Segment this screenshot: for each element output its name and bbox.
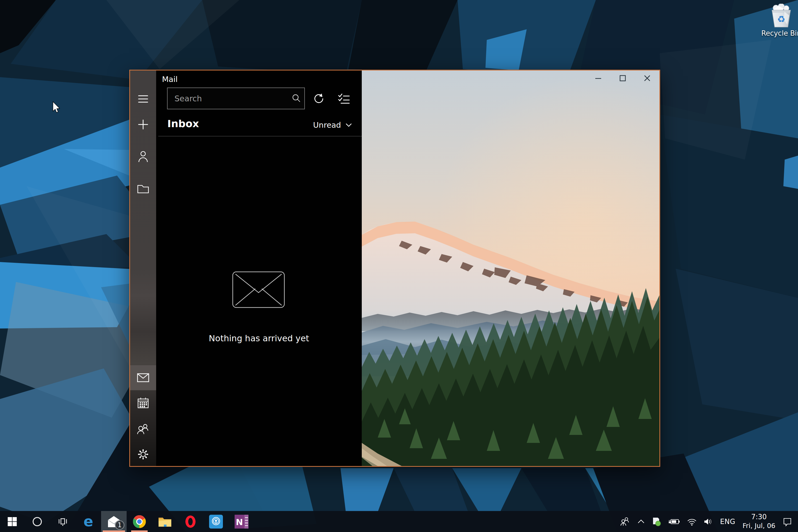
folder-icon (137, 184, 149, 194)
people-icon (137, 423, 150, 434)
recycle-bin-label: Recycle Bin (759, 29, 798, 37)
language-indicator[interactable]: ENG (717, 511, 739, 532)
recycle-bin-shortcut[interactable]: ♻ Recycle Bin (759, 4, 798, 37)
svg-text:e: e (83, 514, 93, 529)
action-center-icon (783, 517, 792, 527)
checklist-icon (338, 93, 350, 104)
maximize-icon (619, 74, 627, 82)
plus-icon (138, 119, 148, 130)
chevron-up-icon (637, 519, 645, 525)
sidebar-people-button[interactable] (130, 416, 156, 441)
password-app-button[interactable] (203, 511, 229, 532)
filter-label: Unread (313, 120, 341, 130)
recycle-bin-icon: ♻ (768, 4, 794, 28)
mouse-cursor (52, 101, 61, 114)
mail-active-indicator (103, 530, 125, 532)
file-explorer-button[interactable] (152, 511, 178, 532)
hamburger-icon (138, 94, 148, 103)
calendar-icon (137, 397, 149, 408)
close-button[interactable] (635, 71, 660, 86)
gear-icon (137, 448, 149, 460)
taskbar-mail-button[interactable]: 1 (101, 511, 127, 532)
wifi-tray-button[interactable] (684, 511, 700, 532)
empty-state-message: Nothing has arrived yet (156, 333, 362, 343)
speaker-icon (704, 518, 713, 526)
language-label: ENG (720, 518, 736, 526)
system-tray: ENG 7:30 Fri, Jul, 06 (616, 511, 798, 532)
tray-overflow-button[interactable] (633, 511, 648, 532)
folder-title: Inbox (167, 118, 199, 130)
selection-mode-button[interactable] (336, 90, 353, 107)
list-divider (158, 136, 362, 136)
edge-button[interactable]: e (76, 511, 101, 532)
mail-icon (137, 373, 149, 382)
edge-icon: e (81, 514, 96, 529)
svg-text:N: N (236, 517, 243, 527)
person-icon (138, 150, 148, 163)
tray-date: Fri, Jul, 06 (742, 521, 775, 530)
chevron-down-icon (345, 122, 352, 128)
landscape-photo (362, 71, 660, 466)
chrome-icon (132, 515, 146, 529)
people-tray-button[interactable] (616, 511, 633, 532)
crumpled-paper (773, 4, 789, 11)
close-icon (643, 74, 651, 82)
onenote-button[interactable]: N (229, 511, 254, 532)
sync-button[interactable] (310, 90, 327, 107)
search-icon[interactable] (288, 93, 304, 104)
windows-logo-icon (7, 517, 17, 527)
mail-sidebar (130, 71, 156, 466)
folders-button[interactable] (130, 176, 156, 201)
start-button[interactable] (0, 511, 24, 532)
onenote-icon: N (234, 514, 249, 529)
desktop: { "desktop": { "recycle_bin_label": "Rec… (0, 0, 798, 532)
task-view-icon (57, 517, 68, 527)
minimize-icon (594, 74, 602, 82)
task-view-button[interactable] (50, 511, 76, 532)
people-tray-icon (620, 517, 630, 527)
wifi-icon (687, 517, 697, 526)
chrome-button[interactable] (127, 511, 152, 532)
search-box (167, 88, 305, 109)
opera-icon (184, 514, 197, 529)
new-mail-button[interactable] (130, 112, 156, 137)
password-app-icon (209, 514, 223, 529)
mail-badge: 1 (115, 520, 125, 530)
mail-list-pane: Mail (156, 71, 362, 466)
volume-tray-button[interactable] (700, 511, 717, 532)
sidebar-calendar-button[interactable] (130, 390, 156, 415)
defender-shield-icon (652, 517, 662, 527)
empty-mail-icon (232, 271, 285, 308)
battery-tray-button[interactable] (665, 511, 684, 532)
action-center-button[interactable] (779, 511, 798, 532)
cortana-icon (32, 516, 42, 527)
tray-time: 7:30 (751, 513, 766, 521)
maximize-button[interactable] (610, 71, 635, 86)
recycle-arrows: ♻ (777, 14, 785, 24)
opera-button[interactable] (178, 511, 203, 532)
minimize-button[interactable] (586, 71, 610, 86)
menu-button[interactable] (130, 87, 156, 111)
window-controls (586, 71, 660, 86)
clock[interactable]: 7:30 Fri, Jul, 06 (739, 511, 779, 532)
taskbar: e 1 (0, 511, 798, 532)
file-explorer-icon (158, 515, 172, 528)
mail-app-window: Mail (129, 70, 660, 467)
sidebar-mail-button[interactable] (130, 365, 156, 390)
search-input[interactable] (168, 94, 288, 103)
battery-charging-icon (668, 517, 680, 526)
filter-dropdown[interactable]: Unread (313, 120, 352, 130)
window-title: Mail (162, 75, 178, 84)
reading-pane (362, 71, 660, 466)
cortana-button[interactable] (24, 511, 50, 532)
accounts-button[interactable] (130, 144, 156, 169)
defender-tray-button[interactable] (648, 511, 665, 532)
chrome-active-indicator (131, 530, 148, 532)
sidebar-settings-button[interactable] (130, 442, 156, 467)
sync-icon (312, 92, 325, 104)
